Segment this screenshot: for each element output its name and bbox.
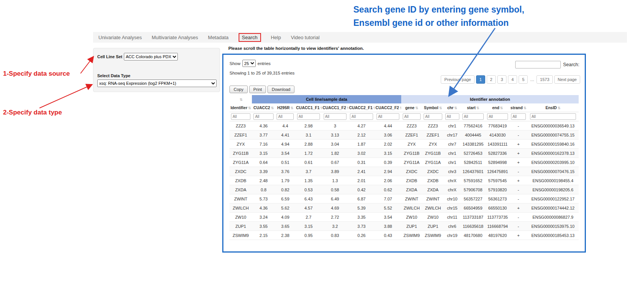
copy-button[interactable]: Copy (229, 86, 248, 93)
table-row[interactable]: ZSWIM92.152.380.950.830.260.43ZSWIM9ZSWI… (229, 231, 579, 240)
sort-icon[interactable]: ⇅ (320, 106, 322, 110)
cell-ensid: ENSG00000185453.13 (527, 231, 579, 240)
page-length-select[interactable]: 25 (242, 60, 256, 67)
sort-icon[interactable]: ⇅ (248, 106, 251, 110)
table-row[interactable]: ZWINT5.736.596.436.496.877.07ZWINTZWINTc… (229, 194, 579, 203)
data-type-select[interactable]: xsq: RNA-seq Expression (log2 FPKM+1) (97, 79, 217, 87)
nav-item-metadata[interactable]: Metadata (208, 35, 228, 40)
page-button-1[interactable]: 1 (476, 75, 485, 84)
table-row[interactable]: ZXDA0.80.820.530.580.420.62ZXDAZXDAchrX5… (229, 185, 579, 194)
sort-icon[interactable]: ⇅ (290, 106, 293, 110)
sort-icon[interactable]: ⇅ (454, 106, 457, 110)
sort-icon[interactable]: ⇅ (271, 106, 274, 110)
sort-icon[interactable]: ⇅ (476, 106, 479, 110)
table-row[interactable]: ZZEF13.774.413.13.132.123.06ZZEF1ZZEF1ch… (229, 130, 579, 140)
next-page-button[interactable]: Next page (554, 75, 580, 84)
cell-symbol: ZW10 (422, 213, 444, 222)
nav-item-multivariate-analyses[interactable]: Multivariate Analyses (152, 35, 198, 40)
cell-cuacc1-f1: 3.7 (295, 167, 322, 176)
sort-icon[interactable]: ⇅ (557, 106, 560, 110)
top-nav: Univariate AnalysesMultivariate Analyses… (93, 32, 627, 43)
sort-icon[interactable]: ⇅ (415, 106, 418, 110)
page-button-1573[interactable]: 1573 (536, 75, 552, 84)
page-button-5[interactable]: 5 (519, 75, 528, 84)
column-header-cuacc2-f1[interactable]: CUACC2_F1⇅ (348, 103, 375, 112)
filter-input-symbol[interactable] (424, 113, 442, 120)
nav-item-video-tutorial[interactable]: Video tutorial (291, 35, 320, 40)
filter-input-cuacc2-f2[interactable] (377, 113, 399, 120)
column-header-ensid[interactable]: EnsID⇅ (527, 103, 579, 112)
previous-page-button[interactable]: Previous page (441, 75, 474, 84)
table-row[interactable]: ZXDC3.393.763.73.892.412.94ZXDCZXDCchr31… (229, 167, 579, 176)
filter-input-h295r[interactable] (277, 113, 294, 120)
page-button-2[interactable]: 2 (487, 75, 496, 84)
filter-input-identifier[interactable] (231, 113, 250, 120)
filter-input-chr[interactable] (445, 113, 459, 120)
column-header-symbol[interactable]: Symbol⇅ (422, 103, 444, 112)
filter-cell-cuacc2-f2 (375, 112, 401, 121)
table-row[interactable]: ZZZ34.364.42.9834.274.44ZZZ3ZZZ3chr17756… (229, 121, 579, 130)
search-input[interactable] (515, 61, 561, 68)
cell-identifier: ZYG11B (229, 149, 252, 158)
page-button-3[interactable]: 3 (497, 75, 506, 84)
column-header-cuacc1-f2[interactable]: CUACC1_F2⇅ (322, 103, 348, 112)
column-header-cuacc1-f1[interactable]: CUACC1_F1⇅ (295, 103, 322, 112)
filter-input-gene[interactable] (403, 113, 421, 120)
table-row[interactable]: ZYX7.164.942.883.041.872.02ZYXZYXchr7143… (229, 140, 579, 149)
column-label: CUACC2_F1 (349, 105, 373, 110)
column-label: strand (511, 105, 523, 110)
cell-start: 66504959 (460, 203, 485, 213)
sort-icon[interactable]: ⇅ (373, 106, 375, 110)
sort-icon[interactable]: ⇅ (400, 106, 401, 110)
column-header-identifier[interactable]: Identifier⇅ (229, 103, 252, 112)
column-header-strand[interactable]: strand⇅ (510, 103, 527, 112)
cell-strand: - (510, 130, 527, 140)
sort-icon[interactable]: ⇅ (439, 106, 442, 110)
cell-ensid: ENSG00000162378.13 (527, 149, 579, 158)
column-header-gene[interactable]: gene⇅ (401, 103, 422, 112)
print-button[interactable]: Print (249, 86, 266, 93)
sort-icon[interactable]: ⇅ (524, 106, 527, 110)
filter-input-cuacc1-f1[interactable] (297, 113, 320, 120)
cell-strand: + (510, 231, 527, 240)
table-row[interactable]: ZUP13.553.653.153.23.733.88ZUP1ZUP1chr61… (229, 222, 579, 231)
column-label: gene (405, 105, 415, 110)
column-header-end[interactable]: end⇅ (486, 103, 510, 112)
filter-input-cuacc2[interactable] (253, 113, 274, 120)
step1-annotation: 1-Specify data source (3, 70, 70, 78)
cell-cuacc1-f2: 2.72 (322, 213, 348, 222)
table-row[interactable]: ZWILCH4.365.624.574.695.395.52ZWILCHZWIL… (229, 203, 579, 213)
column-header-chr[interactable]: chr⇅ (444, 103, 460, 112)
sort-icon[interactable]: ⇅ (347, 106, 348, 110)
cell-identifier: ZWILCH (229, 203, 252, 213)
table-row[interactable]: ZYG11B3.153.541.721.823.023.15ZYG11BZYG1… (229, 149, 579, 158)
column-header-cuacc2[interactable]: CUACC2⇅ (252, 103, 275, 112)
column-header-h295r[interactable]: H295R⇅ (275, 103, 295, 112)
table-row[interactable]: ZXDB2.481.791.351.32.012.06ZXDBZXDBchrX5… (229, 176, 579, 185)
page-button-4[interactable]: 4 (508, 75, 517, 84)
nav-item-univariate-analyses[interactable]: Univariate Analyses (98, 35, 142, 40)
sort-icon[interactable]: ⇅ (240, 98, 243, 102)
nav-item-help[interactable]: Help (271, 35, 281, 40)
table-row[interactable]: ZYG11A0.640.510.610.670.310.39ZYG11AZYG1… (229, 158, 579, 167)
sort-icon[interactable]: ⇅ (500, 106, 503, 110)
cell-identifier: ZSWIM9 (229, 231, 252, 240)
cell-strand: + (510, 158, 527, 167)
cell-gene: ZWILCH (401, 203, 422, 213)
filter-input-cuacc1-f2[interactable] (324, 113, 347, 120)
filter-input-cuacc2-f1[interactable] (350, 113, 373, 120)
column-header-start[interactable]: start⇅ (460, 103, 485, 112)
cell-symbol: ZZZ3 (422, 121, 444, 130)
cell-line-set-select[interactable]: ACC Colorado plus PDX (124, 53, 178, 60)
table-row[interactable]: ZW103.244.092.72.723.353.54ZW10ZW10chr11… (229, 213, 579, 222)
column-header-cuacc2-f2[interactable]: CUACC2_F2⇅ (375, 103, 401, 112)
filter-input-end[interactable] (487, 113, 508, 120)
filter-input-start[interactable] (462, 113, 484, 120)
cell-ensid: ENSG00000086827.9 (527, 213, 579, 222)
filter-input-ensid[interactable] (530, 113, 576, 120)
download-button[interactable]: Download (267, 86, 294, 93)
nav-item-search[interactable]: Search (239, 33, 261, 42)
cell-cuacc1-f2: 3.04 (322, 140, 348, 149)
filter-input-strand[interactable] (511, 113, 526, 120)
gene-table-head: ⇅Cell line/sample dataIdentifier annotat… (229, 95, 579, 121)
